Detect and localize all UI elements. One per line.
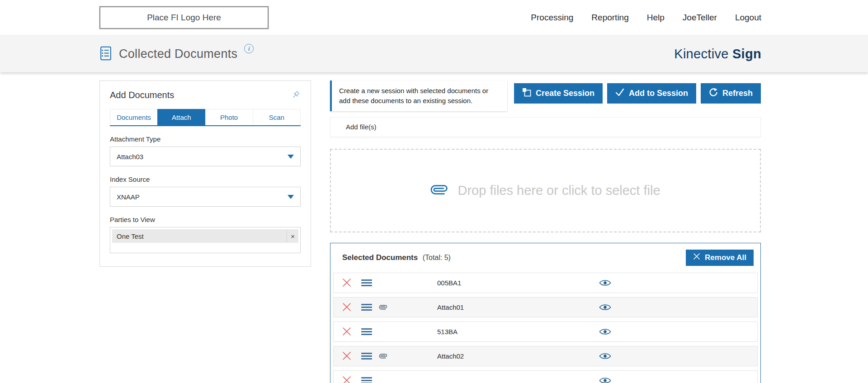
nav-user-joeteller[interactable]: JoeTeller [683,13,717,23]
session-column: Create a new session with selected docum… [330,80,761,383]
nav-processing[interactable]: Processing [531,13,573,23]
collected-documents-icon [99,46,112,62]
remove-document-icon[interactable] [342,279,351,287]
attachment-paperclip-icon [379,352,387,360]
main-content: Add Documents Documents Attach Photo Sca… [99,80,761,383]
paperclip-icon [427,178,451,203]
add-to-session-button[interactable]: Add to Session [607,83,696,104]
drag-handle-icon[interactable] [361,304,372,311]
selected-documents-panel: Selected Documents (Total: 5) Remove All [330,243,761,383]
preview-eye-icon[interactable] [599,352,611,360]
add-files-label: Add file(s) [346,123,377,131]
page-title: Collected Documents [119,47,237,61]
selected-documents-total: (Total: 5) [423,254,451,261]
preview-eye-icon[interactable] [599,303,611,311]
nav-help[interactable]: Help [647,13,665,23]
brand-regular: Kinective [674,47,728,61]
index-source-value: XNAAP [117,193,140,201]
document-name: 513BA [437,328,458,336]
tab-attach[interactable]: Attach [157,109,205,125]
chevron-down-icon [288,195,294,199]
attachment-type-value: Attach03 [117,153,143,161]
document-row [333,370,758,383]
selected-documents-title: Selected Documents (Total: 5) [342,253,451,262]
index-source-label: Index Source [110,175,301,183]
drag-handle-icon[interactable] [361,353,372,359]
index-source-select[interactable]: XNAAP [110,187,301,207]
add-files-bar[interactable]: Add file(s) [330,117,761,137]
tab-documents[interactable]: Documents [110,109,157,125]
info-icon[interactable]: i [244,44,254,53]
page-header-bar: Collected Documents i Kinective Sign [0,35,868,72]
attachment-type-select[interactable]: Attach03 [110,147,301,166]
remove-all-button[interactable]: Remove All [686,250,754,266]
brand-bold: Sign [732,47,761,61]
remove-document-icon[interactable] [342,327,351,336]
top-bar: Place FI Logo Here Processing Reporting … [0,0,868,35]
pin-icon[interactable] [290,90,301,103]
check-icon [615,88,624,99]
remove-party-icon[interactable]: × [287,229,298,243]
document-row: 513BA [333,322,758,342]
document-row: Attach02 [333,346,758,366]
top-navigation: Processing Reporting Help JoeTeller Logo… [531,13,761,23]
party-item: One Test × [112,229,298,243]
session-action-buttons: Create Session Add to Session [514,83,761,104]
file-dropzone[interactable]: Drop files here or click to select file [330,149,761,232]
document-name: Attach02 [437,352,464,360]
session-info-text: Create a new session with selected docum… [339,87,488,104]
attachment-paperclip-icon [379,303,387,311]
document-row: Attach01 [333,297,758,317]
party-name: One Test [117,232,144,240]
remove-document-icon[interactable] [342,352,351,360]
create-session-button[interactable]: Create Session [514,83,603,104]
refresh-button[interactable]: Refresh [701,83,761,104]
nav-logout[interactable]: Logout [735,13,761,23]
create-session-icon [522,88,531,99]
dropzone-text: Drop files here or click to select file [458,183,660,198]
preview-eye-icon[interactable] [599,279,611,287]
remove-document-icon[interactable] [342,303,351,311]
session-info-message: Create a new session with selected docum… [330,80,507,111]
remove-document-icon[interactable] [342,376,351,383]
document-rows: 005BA1 Attach01 [333,273,758,383]
brand-logo: Kinective Sign [674,47,761,61]
preview-eye-icon[interactable] [599,377,611,383]
drag-handle-icon[interactable] [361,328,372,335]
fi-logo-placeholder: Place FI Logo Here [99,6,269,29]
attachment-type-label: Attachment Type [110,135,301,143]
tab-scan[interactable]: Scan [253,109,301,125]
nav-reporting[interactable]: Reporting [591,13,628,23]
add-documents-tabs: Documents Attach Photo Scan [110,109,301,126]
preview-eye-icon[interactable] [599,328,611,336]
parties-to-view-label: Parties to View [110,216,301,223]
drag-handle-icon[interactable] [361,377,372,383]
logo-text: Place FI Logo Here [147,13,221,23]
document-row: 005BA1 [333,273,758,293]
tab-photo[interactable]: Photo [205,109,253,125]
document-name: 005BA1 [437,279,461,287]
chevron-down-icon [288,155,294,159]
add-documents-title: Add Documents [110,90,174,100]
refresh-icon [709,88,718,99]
parties-to-view-list: One Test × [110,227,301,253]
document-name: Attach01 [437,303,464,311]
drag-handle-icon[interactable] [361,279,372,286]
remove-all-x-icon [693,253,700,262]
add-documents-panel: Add Documents Documents Attach Photo Sca… [99,80,311,267]
